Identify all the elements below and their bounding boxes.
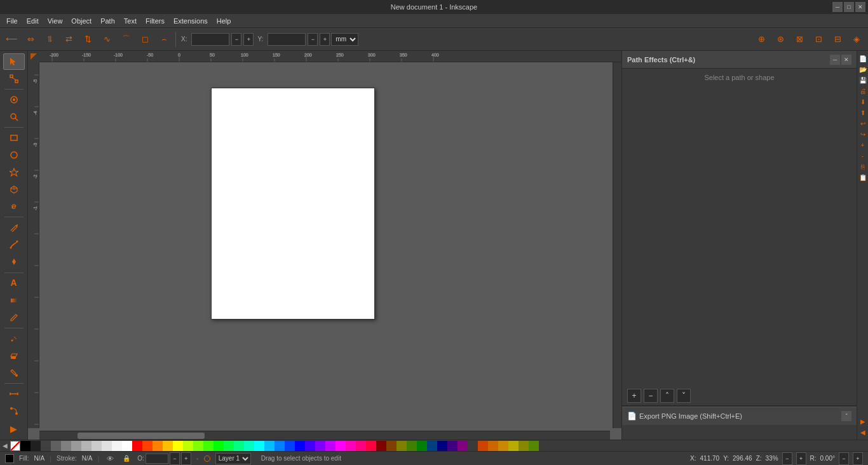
panel-minimize-button[interactable]: ─ — [830, 55, 840, 65]
unit-select[interactable]: mm px pt cm in — [331, 33, 358, 46]
menu-view[interactable]: View — [44, 16, 67, 26]
color-swatch[interactable] — [427, 441, 437, 451]
gradient-tool[interactable] — [3, 292, 25, 309]
align-nodes-button[interactable]: ⟵ — [3, 30, 20, 48]
eraser-tool[interactable] — [3, 347, 25, 364]
x-decrement-button[interactable]: − — [231, 33, 241, 46]
restore-button[interactable]: □ — [844, 2, 854, 12]
copy-btn[interactable]: ⎘ — [858, 161, 868, 172]
color-swatch[interactable] — [92, 441, 102, 451]
expand-tools-button[interactable]: ▶ — [3, 421, 25, 437]
color-swatch[interactable] — [31, 441, 41, 451]
vertical-scrollbar[interactable] — [613, 62, 621, 428]
y-increment-button[interactable]: + — [320, 33, 330, 46]
color-swatch[interactable] — [285, 441, 295, 451]
close-button[interactable]: ✕ — [855, 2, 865, 12]
palette-left-arrow[interactable]: ◀ — [0, 440, 10, 452]
horizontal-scrollbar[interactable] — [39, 431, 610, 440]
color-swatch[interactable] — [498, 441, 508, 451]
menu-file[interactable]: File — [3, 16, 22, 26]
y-input[interactable]: 0.000 — [268, 33, 306, 46]
x-input[interactable]: 0.000 — [191, 33, 229, 46]
menu-edit[interactable]: Edit — [23, 16, 43, 26]
add-effect-button[interactable]: + — [627, 389, 641, 403]
menu-extensions[interactable]: Extensions — [170, 16, 212, 26]
color-swatch[interactable] — [386, 441, 397, 451]
zoom-in-btn[interactable]: + — [858, 140, 868, 150]
color-swatch[interactable] — [264, 441, 275, 451]
print-btn[interactable]: 🖨 — [858, 86, 868, 96]
menu-object[interactable]: Object — [67, 16, 95, 26]
color-swatch[interactable] — [447, 441, 458, 451]
node-corner-button[interactable]: ◻ — [136, 30, 154, 48]
color-swatch[interactable] — [529, 441, 539, 451]
panel-close-button[interactable]: ✕ — [841, 55, 851, 65]
new-doc-btn[interactable]: 📄 — [858, 53, 868, 64]
color-swatch[interactable] — [122, 441, 132, 451]
snap-bbox-button[interactable]: ⊠ — [790, 30, 808, 48]
color-swatch[interactable] — [305, 441, 315, 451]
zoom-in-status[interactable]: + — [796, 452, 806, 465]
transparent-swatch[interactable] — [10, 441, 20, 451]
circle-tool[interactable] — [3, 147, 25, 163]
color-swatch[interactable] — [163, 441, 173, 451]
spray-tool[interactable] — [3, 330, 25, 347]
effect-up-button[interactable]: ˄ — [660, 389, 674, 403]
menu-text[interactable]: Text — [120, 16, 140, 26]
color-swatch[interactable] — [458, 441, 468, 451]
color-swatch[interactable] — [468, 441, 478, 451]
menu-filters[interactable]: Filters — [142, 16, 168, 26]
menu-path[interactable]: Path — [97, 16, 119, 26]
remove-effect-button[interactable]: − — [644, 389, 658, 403]
canvas-area[interactable] — [39, 62, 621, 428]
color-swatch[interactable] — [336, 441, 346, 451]
rotation-decrement[interactable]: − — [839, 452, 849, 465]
color-swatch[interactable] — [153, 441, 163, 451]
node-add-button[interactable]: ∿ — [98, 30, 116, 48]
expand-right-btn[interactable]: ◀ — [858, 427, 868, 437]
export-btn[interactable]: ⬆ — [858, 107, 868, 118]
color-swatch[interactable] — [519, 441, 529, 451]
opacity-increment[interactable]: + — [181, 452, 191, 465]
undo-btn[interactable]: ↩ — [858, 118, 868, 128]
palette-button[interactable]: ◈ — [848, 30, 865, 48]
color-swatch[interactable] — [132, 441, 142, 451]
text-tool[interactable]: A — [3, 274, 25, 291]
color-swatch[interactable] — [112, 441, 122, 451]
color-swatch[interactable] — [275, 441, 285, 451]
node-tool[interactable] — [3, 71, 25, 87]
open-btn[interactable]: 📂 — [858, 64, 868, 74]
collapse-right-btn[interactable]: ▶ — [858, 416, 868, 426]
rect-tool[interactable] — [3, 130, 25, 146]
minimize-button[interactable]: ─ — [832, 2, 843, 12]
calligraphy-tool[interactable] — [3, 253, 25, 270]
select-tool[interactable] — [3, 53, 25, 70]
redo-btn[interactable]: ↪ — [858, 129, 868, 139]
node-smooth-button[interactable]: ⌒ — [117, 30, 135, 48]
color-swatch[interactable] — [417, 441, 427, 451]
color-swatch[interactable] — [224, 441, 234, 451]
color-swatch[interactable] — [254, 441, 264, 451]
color-swatch[interactable] — [142, 441, 153, 451]
snap-button[interactable]: ⊕ — [752, 30, 770, 48]
paste-btn[interactable]: 📋 — [858, 172, 868, 182]
export-collapse-button[interactable]: ˅ — [841, 411, 851, 421]
color-swatch[interactable] — [81, 441, 92, 451]
opacity-input[interactable]: 100 — [146, 454, 168, 464]
color-swatch[interactable] — [346, 441, 356, 451]
y-decrement-button[interactable]: − — [308, 33, 318, 46]
color-swatch[interactable] — [366, 441, 376, 451]
layer-select[interactable]: Layer 1 — [215, 453, 251, 464]
flip-h-button[interactable]: ⇄ — [60, 30, 78, 48]
flip-v-button[interactable]: ⇅ — [79, 30, 97, 48]
color-swatch[interactable] — [102, 441, 112, 451]
menu-help[interactable]: Help — [213, 16, 235, 26]
x-increment-button[interactable]: + — [243, 33, 254, 46]
color-swatch[interactable] — [203, 441, 214, 451]
import-btn[interactable]: ⬇ — [858, 97, 868, 107]
spiral-tool[interactable] — [3, 198, 25, 215]
color-swatch[interactable] — [508, 441, 519, 451]
hscrollbar-thumb[interactable] — [78, 433, 205, 439]
color-swatch[interactable] — [51, 441, 61, 451]
color-swatch[interactable] — [183, 441, 193, 451]
